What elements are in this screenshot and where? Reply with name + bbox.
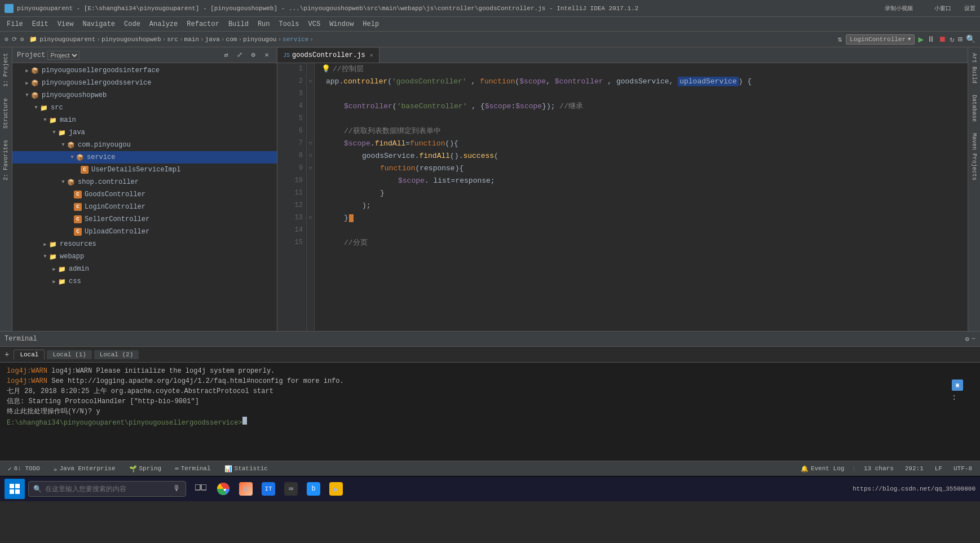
taskbar-app-3[interactable]: ⌨ [281, 479, 301, 499]
status-todo[interactable]: ✓ 6: TODO [5, 464, 43, 474]
status-spring[interactable]: 🌱 Spring [126, 464, 165, 474]
tree-item-com-pinyougou[interactable]: ▼ 📦 com.pinyougou [12, 139, 277, 151]
tree-item-main[interactable]: ▼ 📁 main [12, 114, 277, 126]
panel-close-icon[interactable]: ✕ [261, 50, 272, 61]
panel-dropdown[interactable]: Project [47, 51, 80, 60]
tree-item-sellercontroller[interactable]: C SellerController [12, 213, 277, 226]
panel-sync-icon[interactable]: ⇄ [220, 50, 232, 61]
status-chars[interactable]: 13 chars [860, 464, 897, 473]
top-right-minwin[interactable]: 小窗口 [934, 5, 951, 12]
breadcrumb-service[interactable]: service [282, 36, 308, 43]
tree-item-src[interactable]: ▼ 📁 src [12, 101, 277, 114]
menu-code[interactable]: Code [120, 19, 145, 29]
menu-tools[interactable]: Tools [275, 19, 304, 29]
right-tab-maven[interactable]: Maven Projects [969, 130, 979, 184]
tree-item-webapp[interactable]: ▼ 📁 webapp [12, 250, 277, 263]
login-controller-dropdown[interactable]: LoginController ▼ [846, 34, 915, 45]
terminal-tab-local1[interactable]: Local (1) [47, 350, 91, 359]
toolbar-right-icon-1[interactable]: ⇅ [838, 34, 842, 44]
status-event-log[interactable]: 🔔 Event Log [797, 464, 847, 474]
taskbar-app-2[interactable]: IT [258, 479, 279, 499]
sidebar-tab-structure[interactable]: Structure [1, 95, 11, 132]
tree-item-pinyougoushopweb[interactable]: ▼ 📦 pinyougoushopweb [12, 89, 277, 101]
taskbar-app-1[interactable]: W [236, 479, 256, 499]
taskbar-search-bar[interactable]: 🔍 🎙 [28, 481, 186, 497]
breadcrumb-com[interactable]: com [226, 36, 237, 43]
tree-item-uploadcontroller[interactable]: C UploadController [12, 226, 277, 238]
taskbar-app-chrome[interactable] [213, 479, 233, 499]
tree-item-css[interactable]: ▶ 📁 css [12, 275, 277, 288]
panel-expand-icon[interactable]: ⤢ [234, 50, 245, 61]
terminal-add-tab-btn[interactable]: + [5, 350, 9, 359]
terminal-tab-local[interactable]: Local [14, 350, 45, 360]
status-terminal[interactable]: ⌨ Terminal [171, 464, 214, 474]
fold-marker-2[interactable]: ▽ [307, 76, 314, 88]
terminal-side-icon-2[interactable]: : [952, 393, 963, 402]
taskbar-start-button[interactable] [5, 479, 25, 499]
terminal-side-icon-1[interactable]: ▣ [952, 379, 963, 391]
tree-item-resources[interactable]: ▶ 📁 resources [12, 238, 277, 250]
code-lines[interactable]: 💡 //控制层 app.controller('goodsController'… [315, 63, 758, 331]
menu-vcs[interactable]: VCS [304, 19, 325, 29]
breadcrumb-src[interactable]: src [167, 36, 178, 43]
code-editor[interactable]: 1 2 3 4 5 6 7 8 9 10 11 12 13 14 15 ▽ [277, 63, 968, 331]
taskbar-app-taskview[interactable] [191, 479, 211, 499]
breadcrumb-main[interactable]: main [184, 36, 199, 43]
tree-item-pinyougousellergoodsservice[interactable]: ▶ 📦 pinyougousellergoodsservice [12, 77, 277, 89]
right-tab-artbuild[interactable]: Art Build [969, 50, 979, 87]
menu-view[interactable]: View [53, 19, 78, 29]
toolbar-icon-grid[interactable]: ⊞ [958, 34, 963, 44]
menu-build[interactable]: Build [224, 19, 253, 29]
fold-marker-8[interactable]: ▽ [307, 150, 314, 162]
terminal-tab-local2[interactable]: Local (2) [94, 350, 139, 359]
menu-analyze[interactable]: Analyze [145, 19, 182, 29]
status-java-enterprise[interactable]: ☕ Java Enterprise [50, 464, 119, 474]
sidebar-tab-favorites[interactable]: 2: Favorites [1, 136, 11, 184]
tree-item-java[interactable]: ▼ 📁 java [12, 126, 277, 139]
tree-item-userdetailsserviceimpl[interactable]: C UserDetailsServiceImpl [12, 164, 277, 176]
tab-close-icon[interactable]: ✕ [370, 52, 373, 59]
terminal-settings-icon[interactable]: ⚙ [965, 335, 969, 343]
tree-item-service[interactable]: ▼ 📦 service [12, 151, 277, 164]
stop-btn[interactable]: ⏹ [938, 35, 946, 44]
terminal-content[interactable]: log4j:WARN log4j:WARN Please initialize … [0, 363, 980, 461]
menu-window[interactable]: Window [325, 19, 358, 29]
toolbar-icon-2[interactable]: ⟳ [12, 36, 17, 43]
top-right-record[interactable]: 录制小视频 [885, 5, 913, 12]
menu-refactor[interactable]: Refactor [182, 19, 224, 29]
breadcrumb-shopweb[interactable]: pinyougoushopweb [101, 36, 161, 43]
top-right-settings[interactable]: 设置 [964, 5, 975, 12]
taskbar-app-5[interactable]: ▶ [326, 479, 346, 499]
run-btn[interactable]: ▶ [918, 34, 924, 45]
tree-item-goodscontroller[interactable]: C GoodsController [12, 188, 277, 201]
status-lf[interactable]: LF [932, 464, 946, 473]
menu-file[interactable]: File [2, 19, 28, 29]
taskbar-app-4[interactable]: b [303, 479, 324, 499]
status-encoding[interactable]: UTF-8 [950, 464, 975, 473]
taskbar-search-input[interactable] [45, 485, 170, 493]
taskbar-mic-icon[interactable]: 🎙 [173, 484, 181, 493]
panel-settings-icon[interactable]: ⚙ [248, 50, 259, 61]
tree-item-admin[interactable]: ▶ 📁 admin [12, 263, 277, 275]
fold-marker-9[interactable]: ▽ [307, 162, 314, 175]
tree-item-logincontroller[interactable]: C LoginController [12, 201, 277, 213]
fold-marker-7[interactable]: ▽ [307, 138, 314, 150]
menu-edit[interactable]: Edit [28, 19, 53, 29]
right-tab-database[interactable]: Database [969, 91, 979, 125]
breadcrumb-pinyougouparent[interactable]: pinyougouparent [39, 36, 95, 43]
fold-marker-13[interactable]: ▽ [307, 212, 314, 224]
sidebar-tab-project[interactable]: 1: Project [1, 50, 11, 90]
breadcrumb-pinyougou[interactable]: pinyougou [243, 36, 276, 43]
menu-help[interactable]: Help [358, 19, 383, 29]
toolbar-icon-3[interactable]: ⚙ [20, 36, 24, 43]
tree-item-pinyougousellergoodsinterface[interactable]: ▶ 📦 pinyougousellergoodsinterface [12, 64, 277, 77]
reload-btn[interactable]: ↻ [950, 34, 954, 44]
breadcrumb-java[interactable]: java [205, 36, 220, 43]
pause-btn[interactable]: ⏸ [927, 35, 935, 44]
status-position[interactable]: 292:1 [902, 464, 927, 473]
menu-navigate[interactable]: Navigate [78, 19, 120, 29]
toolbar-icon-1[interactable]: ⚙ [5, 36, 8, 43]
status-statistic[interactable]: 📊 Statistic [221, 464, 271, 474]
search-icon[interactable]: 🔍 [966, 34, 975, 44]
menu-run[interactable]: Run [253, 19, 275, 29]
